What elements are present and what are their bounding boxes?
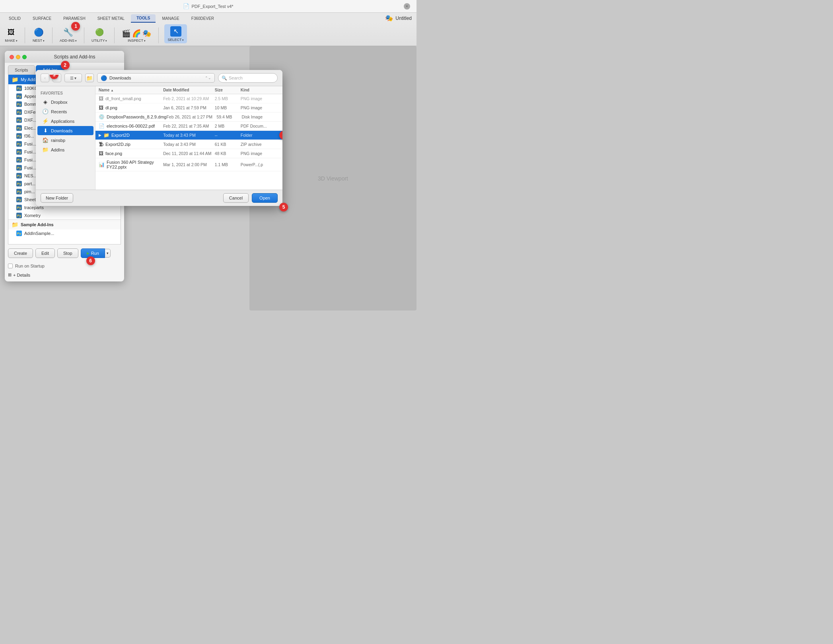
workspace-icon: 🎭 — [385, 14, 393, 22]
location-icon: 🔵 — [101, 75, 107, 81]
location-dropdown[interactable]: 🔵 Downloads ⌃⌄ — [97, 73, 215, 83]
traffic-light-green[interactable] — [22, 55, 27, 59]
col-size[interactable]: Size — [215, 88, 241, 92]
downloads-icon: ⬇ — [42, 128, 49, 134]
step-badge-5: 5 — [279, 203, 288, 211]
run-dropdown-arrow[interactable]: ▾ — [105, 249, 111, 258]
tab-sheet-metal[interactable]: SHEET METAL — [92, 15, 130, 22]
file-row[interactable]: 📄 electronics-06-00022.pdf Feb 22, 2021 … — [95, 122, 282, 131]
file-row[interactable]: 🖼 dl.png Jan 6, 2021 at 7:59 PM 10 MB PN… — [95, 103, 282, 113]
new-folder-icon-button[interactable]: 📁 — [85, 74, 94, 82]
tab-scripts[interactable]: Scripts — [8, 65, 35, 74]
utility-tool[interactable]: 🟢 UTILITY — [90, 26, 109, 43]
step-badge-6: 6 — [86, 256, 95, 265]
inspect-tool[interactable]: 🎬 🌈 🎭 INSPECT — [120, 28, 153, 43]
file-row[interactable]: 🖼 dl_front_small.png Feb 2, 2021 at 10:2… — [95, 94, 282, 103]
dropbox-icon: ◈ — [42, 99, 49, 105]
window-title: PDF_Export_Test v4* — [191, 4, 233, 9]
details-toggle[interactable]: ⊞ + Details — [8, 272, 121, 277]
location-label: Downloads — [109, 76, 131, 80]
step-badge-4: 4 — [279, 131, 282, 140]
cancel-button[interactable]: Cancel — [223, 193, 249, 203]
tab-tools[interactable]: TOOLS — [131, 14, 156, 23]
list-item[interactable]: Py Xometry — [8, 211, 121, 219]
file-list: Name ▲ Date Modified Size Kind 🖼 dl_fron… — [95, 86, 282, 190]
document-icon: 📄 — [183, 3, 189, 9]
inspect-label: INSPECT — [128, 39, 146, 43]
file-row[interactable]: 🖼 face.png Dec 11, 2020 at 11:44 AM 48 K… — [95, 149, 282, 158]
sidebar-item-dropbox[interactable]: ◈ Dropbox — [37, 97, 93, 107]
step-badge-1: 1 — [71, 22, 80, 31]
run-on-startup-label: Run on Startup — [15, 264, 45, 268]
search-icon: 🔍 — [222, 76, 227, 81]
folder-icon: 📁 — [42, 147, 49, 153]
applications-icon: ⚡ — [42, 118, 49, 124]
svg-text:↖: ↖ — [173, 28, 178, 35]
sidebar-item-applications[interactable]: ⚡ Applications — [37, 116, 93, 126]
home-icon: 🏠 — [42, 137, 49, 143]
file-sidebar: Favorites ◈ Dropbox 🕐 Recents ⚡ Applicat… — [36, 86, 95, 190]
tab-solid[interactable]: SOLID — [3, 15, 26, 22]
sidebar-item-downloads[interactable]: ⬇ Downloads — [37, 126, 93, 135]
workspace-title: Untitled — [395, 16, 412, 21]
viewport-placeholder: 3D Viewport — [318, 175, 348, 182]
nest-tool[interactable]: 🔵 NEST — [31, 26, 47, 43]
file-row-export2d[interactable]: ▶ 📁 Export2D Today at 3:43 PM -- Folder … — [95, 131, 282, 140]
nest-label: NEST — [33, 39, 45, 43]
open-button[interactable]: Open — [252, 193, 278, 203]
traffic-light-yellow[interactable] — [16, 55, 20, 59]
step-badge-2: 2 — [61, 61, 70, 70]
window-close-button[interactable]: ✕ — [404, 3, 410, 10]
traffic-light-red[interactable] — [10, 55, 14, 59]
search-placeholder: Search — [229, 76, 243, 80]
file-row[interactable]: 💿 DropboxPasswords_8.2.9.dmg Feb 26, 202… — [95, 113, 282, 122]
sidebar-item-rainsbp[interactable]: 🏠 rainsbp — [37, 136, 93, 145]
new-folder-button[interactable]: New Folder — [41, 193, 73, 203]
scripts-dialog-title: Scripts and Add-Ins — [30, 54, 119, 60]
file-open-dialog: ‹ › ☰ ▾ 📁 🔵 Downloads ⌃⌄ 🔍 Search — [36, 70, 282, 206]
tab-f360dever[interactable]: F360DEVER — [186, 15, 220, 22]
sidebar-item-recents[interactable]: 🕐 Recents — [37, 107, 93, 116]
col-kind[interactable]: Kind — [241, 88, 279, 92]
list-item[interactable]: Py AddInSample... — [8, 229, 121, 237]
select-label: SELECT — [167, 38, 184, 42]
view-options-button[interactable]: ☰ ▾ — [64, 74, 82, 82]
create-button[interactable]: Create — [8, 248, 33, 258]
recents-icon: 🕐 — [42, 109, 49, 114]
stop-button[interactable]: Stop — [57, 248, 78, 258]
back-button[interactable]: ‹ — [41, 74, 49, 82]
make-label: MAKE — [5, 39, 17, 43]
make-tool[interactable]: 🖼 MAKE — [3, 26, 19, 43]
add-ins-label: ADD-INS — [60, 39, 77, 43]
select-tool[interactable]: ↖ SELECT — [164, 24, 187, 43]
run-on-startup-checkbox[interactable] — [8, 264, 13, 268]
sample-add-ins-header: 📁 Sample Add-Ins — [8, 219, 121, 229]
tab-surface[interactable]: SURFACE — [27, 15, 57, 22]
edit-button[interactable]: Edit — [35, 248, 55, 258]
tab-manage[interactable]: MANAGE — [156, 15, 185, 22]
add-ins-tool[interactable]: 🔧 1 ADD-INS — [58, 26, 78, 43]
sidebar-item-addins[interactable]: 📁 AddIns — [37, 145, 93, 154]
details-label: + Details — [13, 273, 30, 277]
col-name[interactable]: Name ▲ — [99, 88, 163, 92]
location-chevron-icon: ⌃⌄ — [205, 76, 211, 80]
file-row[interactable]: 🗜 Export2D.zip Today at 3:43 PM 61 KB ZI… — [95, 140, 282, 149]
utility-label: UTILITY — [91, 39, 107, 43]
col-date[interactable]: Date Modified — [163, 88, 215, 92]
file-row[interactable]: 📊 Fusion 360 API Strategy FY22.pptx Mar … — [95, 158, 282, 171]
details-plus-icon: ⊞ — [8, 272, 12, 277]
search-box[interactable]: 🔍 Search — [218, 73, 278, 83]
favorites-label: Favorites — [36, 89, 95, 97]
tab-paramesh[interactable]: PARAMESH — [58, 15, 91, 22]
